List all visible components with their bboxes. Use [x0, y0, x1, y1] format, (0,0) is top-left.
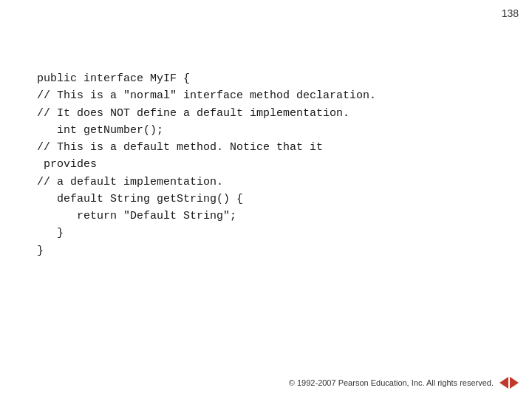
nav-buttons[interactable] [499, 377, 519, 389]
page-number: 138 [502, 7, 519, 19]
next-button[interactable] [510, 377, 519, 389]
prev-button[interactable] [499, 377, 508, 389]
code-block: public interface MyIF { // This is a "no… [37, 70, 376, 259]
footer: © 1992-2007 Pearson Education, Inc. All … [289, 377, 519, 389]
copyright-text: © 1992-2007 Pearson Education, Inc. All … [289, 378, 494, 387]
